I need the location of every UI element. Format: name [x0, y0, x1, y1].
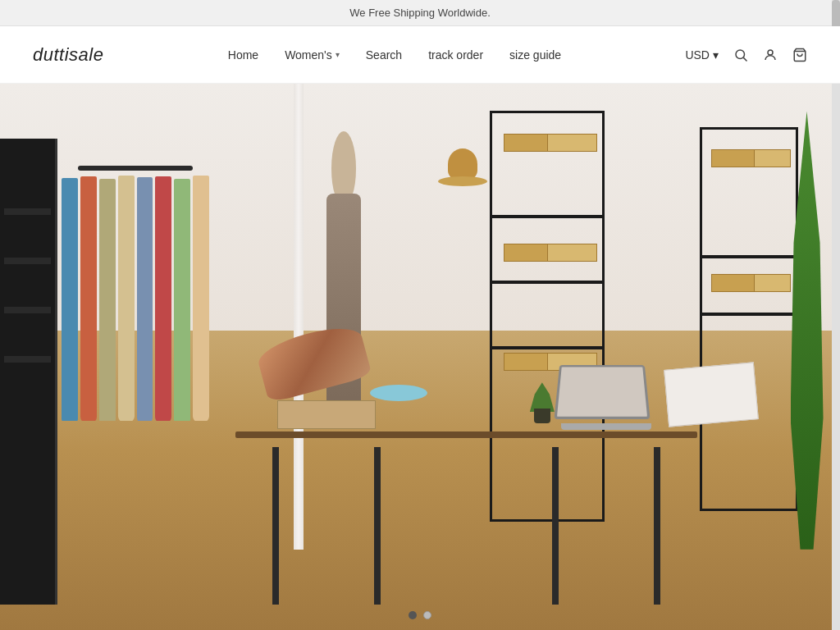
svg-line-1 — [743, 57, 746, 61]
notebook — [664, 363, 759, 427]
slide-indicator-1[interactable] — [409, 611, 417, 619]
slide-indicator-2[interactable] — [423, 611, 431, 619]
hero-image — [0, 84, 840, 630]
hero-section — [0, 84, 840, 630]
nav-item-track-order[interactable]: track order — [428, 48, 483, 62]
announcement-bar: We Free Shipping Worldwide. — [0, 0, 840, 26]
nav-item-size-guide[interactable]: size guide — [509, 48, 561, 62]
display-table — [235, 413, 697, 605]
currency-chevron: ▾ — [713, 48, 719, 62]
svg-point-2 — [768, 50, 773, 55]
header-actions: USD ▾ — [685, 48, 807, 62]
search-icon[interactable] — [733, 48, 748, 62]
scrollbar-track[interactable] — [832, 0, 840, 630]
currency-selector[interactable]: USD ▾ — [685, 48, 719, 62]
site-header: duttisale Home Women's ▾ Search track or… — [0, 26, 840, 84]
table-plant — [530, 382, 555, 423]
straw-hat — [438, 149, 487, 186]
account-icon[interactable] — [763, 48, 778, 62]
svg-point-0 — [736, 50, 745, 59]
nav-item-womens[interactable]: Women's ▾ — [285, 48, 340, 62]
cart-icon[interactable] — [792, 48, 807, 62]
womens-dropdown-chevron: ▾ — [336, 50, 340, 59]
laptop — [557, 362, 655, 423]
left-shelf — [0, 139, 57, 605]
currency-value: USD — [685, 48, 710, 62]
site-logo[interactable]: duttisale — [33, 44, 103, 66]
main-nav: Home Women's ▾ Search track order size g… — [228, 48, 561, 62]
clothes-rack — [62, 166, 209, 577]
slide-indicators — [409, 611, 431, 619]
nav-item-home[interactable]: Home — [228, 48, 258, 62]
shoe-box-display — [277, 400, 376, 429]
announcement-text: We Free Shipping Worldwide. — [349, 7, 491, 19]
nav-item-search[interactable]: Search — [366, 48, 402, 62]
right-shelf-short — [700, 127, 798, 511]
